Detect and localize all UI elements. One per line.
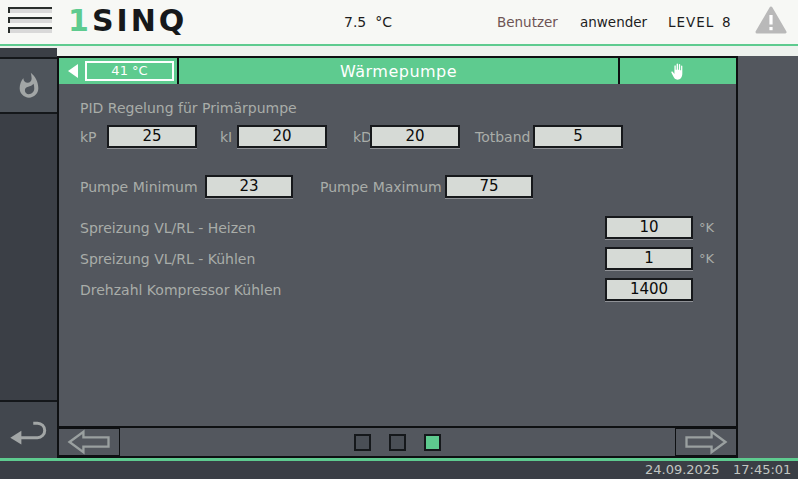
return-arrow-icon: [8, 413, 50, 447]
flow-temperature-display: 41 °C: [85, 61, 174, 81]
hamburger-bar: [8, 7, 52, 13]
hand-icon: [670, 62, 687, 81]
app-logo: 1SINQ: [68, 3, 187, 38]
back-temp-button[interactable]: 41 °C: [59, 58, 177, 84]
flame-icon: [15, 70, 43, 102]
totband-label: Totband: [475, 125, 530, 149]
arrow-left-icon: [66, 429, 112, 455]
page-indicator-2[interactable]: [389, 434, 406, 451]
user-label: Benutzer: [497, 0, 558, 44]
next-page-button[interactable]: [675, 428, 736, 456]
topbar: 1SINQ 7.5 °C Benutzer anwender LEVEL 8: [0, 0, 798, 44]
date-display: 24.09.2025: [645, 461, 719, 479]
pump-min-label: Pumpe Minimum: [80, 175, 198, 199]
hmi-screen: 1SINQ 7.5 °C Benutzer anwender LEVEL 8: [0, 0, 798, 479]
time-display: 17:45:01: [733, 461, 791, 479]
title-section: Wärmepumpe: [179, 58, 618, 84]
param-unit: °K: [699, 247, 714, 271]
title-bar: 41 °C Wärmepumpe: [59, 58, 736, 84]
hamburger-bar: [8, 27, 52, 33]
statusbar: 24.09.2025 17:45:01: [0, 461, 798, 479]
kp-label: kP: [80, 125, 97, 149]
level-value: 8: [722, 0, 731, 44]
page-title: Wärmepumpe: [340, 62, 457, 81]
level-label: LEVEL: [668, 0, 714, 44]
compressor-speed-field[interactable]: 1400: [605, 278, 693, 301]
triangle-left-icon: [68, 64, 78, 78]
manual-mode-button[interactable]: [620, 58, 736, 84]
pump-min-field[interactable]: 23: [205, 175, 293, 198]
kp-field[interactable]: 25: [107, 125, 197, 148]
logo-text: SINQ: [92, 3, 187, 38]
param-label: Spreizung VL/RL - Heizen: [80, 216, 256, 240]
hamburger-bar: [8, 17, 52, 23]
spread-cool-field[interactable]: 1: [605, 247, 693, 270]
ki-field[interactable]: 20: [237, 125, 327, 148]
sidebar: [0, 48, 57, 458]
hamburger-menu-icon[interactable]: [8, 7, 54, 37]
user-value: anwender: [580, 0, 647, 44]
logo-accent: 1: [68, 3, 92, 38]
page-indicator-1[interactable]: [354, 434, 371, 451]
page-indicators: [59, 428, 736, 456]
spread-heat-field[interactable]: 10: [605, 216, 693, 239]
section-title: PID Regelung für Primärpumpe: [80, 96, 297, 120]
nav-row: [59, 426, 736, 456]
home-return-button[interactable]: [0, 400, 57, 458]
outdoor-temperature-display: 7.5 °C: [344, 0, 392, 44]
light-strip: [0, 46, 798, 56]
param-unit: °K: [699, 216, 714, 240]
ki-label: kI: [220, 125, 232, 149]
param-label: Spreizung VL/RL - Kühlen: [80, 247, 255, 271]
totband-field[interactable]: 5: [533, 125, 623, 148]
param-label: Drehzahl Kompressor Kühlen: [80, 278, 281, 302]
main-panel: 41 °C Wärmepumpe PID Regelung für Primär…: [57, 56, 738, 458]
pump-max-field[interactable]: 75: [445, 175, 533, 198]
arrow-right-icon: [683, 429, 729, 455]
page-indicator-3-active[interactable]: [424, 434, 441, 451]
warning-triangle-icon[interactable]: [755, 6, 787, 36]
prev-page-button[interactable]: [59, 428, 120, 456]
pump-max-label: Pumpe Maximum: [320, 175, 442, 199]
heating-nav-button[interactable]: [0, 57, 57, 114]
kd-field[interactable]: 20: [370, 125, 460, 148]
